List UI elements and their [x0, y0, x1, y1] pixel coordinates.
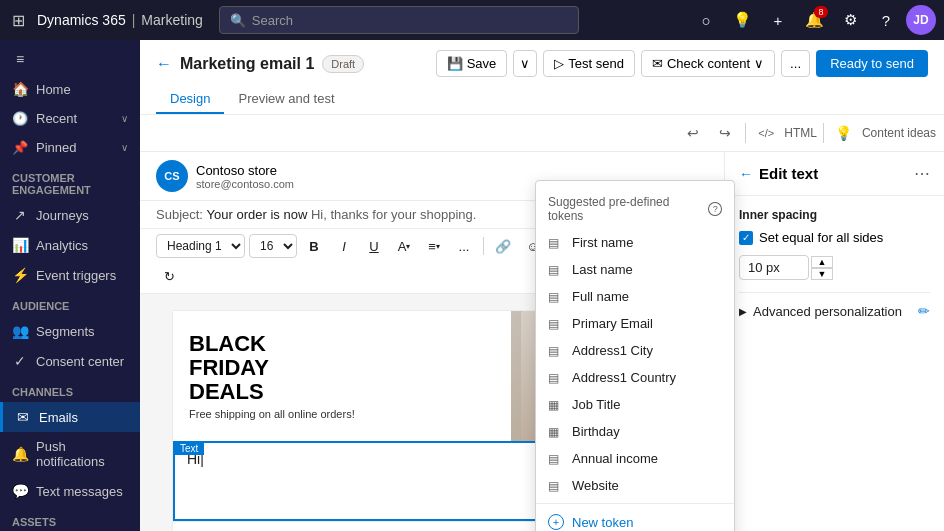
nav-icon-settings[interactable]: ⚙ [834, 4, 866, 36]
sidebar-item-analytics[interactable]: 📊 Analytics [0, 230, 140, 260]
sidebar-item-emails[interactable]: ✉ Emails [0, 402, 140, 432]
event-triggers-icon: ⚡ [12, 267, 28, 283]
nav-icon-help[interactable]: ? [870, 4, 902, 36]
rp-inner-spacing-label: Inner spacing [739, 208, 930, 222]
sidebar-journeys-label: Journeys [36, 208, 89, 223]
rp-more-button[interactable]: ⋯ [914, 164, 930, 183]
sender-avatar: CS [156, 160, 188, 192]
push-icon: 🔔 [12, 446, 28, 462]
sidebar-collapse-btn[interactable]: ≡ [0, 44, 140, 74]
edit-icon[interactable]: ✏ [918, 303, 930, 319]
app-grid-icon[interactable]: ⊞ [8, 7, 29, 34]
pd-primary-email-icon: ▤ [548, 317, 564, 331]
save-button[interactable]: 💾 Save [436, 50, 508, 77]
italic-button[interactable]: I [331, 233, 357, 259]
bf-line1: BLACK [189, 332, 495, 356]
bf-line2: FRIDAY [189, 356, 495, 380]
pd-item-last-name[interactable]: ▤ Last name [536, 256, 734, 283]
sidebar-item-segments[interactable]: 👥 Segments [0, 316, 140, 346]
pd-item-first-name[interactable]: ▤ First name [536, 229, 734, 256]
pd-new-icon: + [548, 514, 564, 530]
bf-tagline: Free shipping on all online orders! [189, 408, 495, 420]
stepper-down-button[interactable]: ▼ [811, 268, 833, 280]
underline-button[interactable]: U [361, 233, 387, 259]
bold-button[interactable]: B [301, 233, 327, 259]
tab-preview[interactable]: Preview and test [224, 85, 348, 114]
sidebar-item-recent[interactable]: 🕐 Recent ∨ [0, 104, 140, 133]
sidebar-home-label: Home [36, 82, 71, 97]
pd-item-address1-country[interactable]: ▤ Address1 Country [536, 364, 734, 391]
search-input[interactable] [252, 13, 568, 28]
lightbulb-icon[interactable]: 💡 [830, 119, 858, 147]
spacing-input[interactable] [739, 255, 809, 280]
font-size-select[interactable]: 16 [249, 234, 297, 258]
align-arrow-icon: ▾ [436, 242, 440, 251]
pd-item-website[interactable]: ▤ Website [536, 472, 734, 499]
undo-button[interactable]: ↩ [679, 119, 707, 147]
pd-address1-city-label: Address1 City [572, 343, 653, 358]
pd-annual-income-icon: ▤ [548, 452, 564, 466]
advanced-personalization-row[interactable]: ▶ Advanced personalization ✏ [725, 293, 944, 329]
font-color-button[interactable]: A ▾ [391, 233, 417, 259]
rp-back-button[interactable]: ← [739, 166, 753, 182]
avatar[interactable]: JD [906, 5, 936, 35]
check-label: Check content [667, 56, 750, 71]
heading-select[interactable]: Heading 1 [156, 234, 245, 258]
pd-item-annual-income[interactable]: ▤ Annual income [536, 445, 734, 472]
link-button[interactable]: 🔗 [490, 233, 516, 259]
nav-icon-notifications[interactable]: 🔔 8 [798, 4, 830, 36]
ready-to-send-button[interactable]: Ready to send [816, 50, 928, 77]
pd-item-birthday[interactable]: ▦ Birthday [536, 418, 734, 445]
sidebar-item-journeys[interactable]: ↗ Journeys [0, 200, 140, 230]
sidebar-item-sms[interactable]: 💬 Text messages [0, 476, 140, 506]
nav-icon-circle[interactable]: ○ [690, 4, 722, 36]
stepper-up-button[interactable]: ▲ [811, 256, 833, 268]
pd-new-token[interactable]: + New token [536, 508, 734, 531]
pd-first-name-label: First name [572, 235, 633, 250]
tab-design[interactable]: Design [156, 85, 224, 114]
equal-sides-checkbox[interactable] [739, 231, 753, 245]
save-label: Save [467, 56, 497, 71]
toolbar-separator [745, 123, 746, 143]
pd-item-full-name[interactable]: ▤ Full name [536, 283, 734, 310]
brand-name: Dynamics 365 [37, 12, 126, 28]
more-button[interactable]: ... [781, 50, 810, 77]
advanced-label: Advanced personalization [753, 304, 902, 319]
rp-title: ← Edit text [739, 165, 818, 182]
search-icon: 🔍 [230, 13, 246, 28]
editor-tabs: Design Preview and test [156, 85, 928, 114]
pd-item-job-title[interactable]: ▦ Job Title [536, 391, 734, 418]
email-icon: ✉ [15, 409, 31, 425]
sidebar-item-home[interactable]: 🏠 Home [0, 74, 140, 104]
pd-item-address1-city[interactable]: ▤ Address1 City [536, 337, 734, 364]
search-bar[interactable]: 🔍 [219, 6, 579, 34]
journeys-icon: ↗ [12, 207, 28, 223]
nav-icon-add[interactable]: + [762, 4, 794, 36]
align-button[interactable]: ≡ ▾ [421, 233, 447, 259]
subject-preview: Hi, thanks for your shopping. [311, 207, 476, 222]
code-button[interactable]: </> [752, 119, 780, 147]
sidebar-item-consent[interactable]: ✓ Consent center [0, 346, 140, 376]
test-send-button[interactable]: ▷ Test send [543, 50, 635, 77]
right-panel: ← Edit text ⋯ Inner spacing Set equal fo… [724, 152, 944, 531]
spacing-input-row: ▲ ▼ [739, 255, 930, 280]
test-send-label: Test send [568, 56, 624, 71]
more-format-button[interactable]: ... [451, 233, 477, 259]
sender-info: Contoso store store@contoso.com [196, 163, 294, 190]
nav-icon-bulb[interactable]: 💡 [726, 4, 758, 36]
pd-item-primary-email[interactable]: ▤ Primary Email [536, 310, 734, 337]
editor-toolbar-row: ↩ ↪ </> HTML 💡 Content ideas [140, 115, 944, 152]
save-split-button[interactable]: ∨ [513, 50, 537, 77]
back-button[interactable]: ← [156, 55, 172, 73]
sidebar-item-event-triggers[interactable]: ⚡ Event triggers [0, 260, 140, 290]
pd-header: Suggested pre-defined tokens ? [536, 189, 734, 229]
sidebar-item-pinned[interactable]: 📌 Pinned ∨ [0, 133, 140, 162]
sidebar-item-push[interactable]: 🔔 Push notifications [0, 432, 140, 476]
editor-title-row: ← Marketing email 1 Draft 💾 Save ∨ ▷ Tes… [156, 50, 928, 77]
redo-button[interactable]: ↪ [711, 119, 739, 147]
sidebar-emails-label: Emails [39, 410, 78, 425]
check-content-button[interactable]: ✉ Check content ∨ [641, 50, 775, 77]
refresh-button[interactable]: ↻ [156, 263, 182, 289]
align-icon: ≡ [428, 239, 436, 254]
sidebar-sms-label: Text messages [36, 484, 123, 499]
